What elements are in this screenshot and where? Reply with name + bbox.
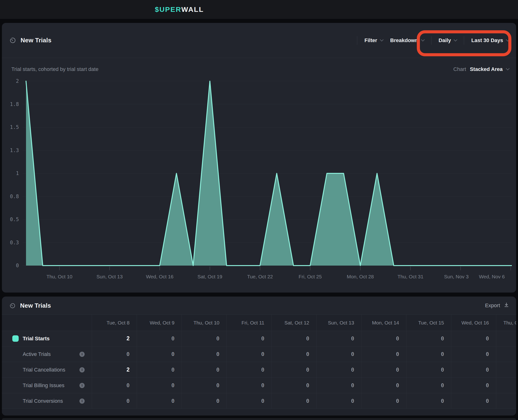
table-value-cell: 0 bbox=[137, 362, 182, 378]
controls-divider bbox=[431, 36, 431, 45]
table-value-cell: 0 bbox=[361, 362, 406, 378]
controls-divider bbox=[464, 36, 464, 45]
next-card-edge bbox=[2, 418, 516, 420]
table-value-cell: 0 bbox=[406, 331, 451, 346]
table-value-cell: 0 bbox=[316, 362, 361, 378]
table-row-label-cell: Trial Billing Issues bbox=[2, 378, 92, 393]
table-value-cell: 0 bbox=[316, 393, 361, 409]
y-axis-label: 1.3 bbox=[5, 147, 19, 153]
filter-button[interactable]: Filter bbox=[364, 37, 383, 44]
table-header-cell: Mon, Oct 14 bbox=[361, 315, 406, 331]
table-header-cell: Wed, Oct 16 bbox=[451, 315, 496, 331]
cell-value: 0 bbox=[171, 367, 174, 373]
info-icon[interactable] bbox=[79, 367, 85, 373]
cell-value: 0 bbox=[486, 367, 489, 373]
cell-value: 0 bbox=[261, 351, 264, 357]
table-value-cell: 0 bbox=[451, 362, 496, 378]
timer-icon bbox=[9, 303, 15, 309]
cell-value: 0 bbox=[171, 351, 174, 357]
cell-value: 0 bbox=[261, 336, 264, 341]
table-header-cell: Thu, O bbox=[496, 315, 516, 331]
row-label: Trial Billing Issues bbox=[23, 382, 64, 389]
table-value-cell: 0 bbox=[182, 331, 227, 346]
logo-teal-part: $UPER bbox=[155, 5, 181, 13]
cell-value: 2 bbox=[126, 335, 130, 342]
table-row-label-cell: Trial Starts bbox=[2, 331, 92, 346]
table-value-cell: 0 bbox=[361, 346, 406, 362]
breakdown-button[interactable]: Breakdown bbox=[390, 37, 424, 44]
chart-type-selector[interactable]: Chart Stacked Area bbox=[453, 66, 509, 72]
table-value-cell: 0 bbox=[451, 346, 496, 362]
x-axis-label: Thu, Oct 10 bbox=[37, 273, 82, 280]
cell-value: 0 bbox=[351, 336, 354, 341]
cell-value: 0 bbox=[126, 398, 130, 404]
chevron-down-icon bbox=[421, 38, 425, 41]
download-icon bbox=[504, 302, 509, 309]
cell-value: 0 bbox=[171, 336, 174, 341]
cell-value: 0 bbox=[396, 367, 399, 373]
table-value-cell: 0 bbox=[182, 378, 227, 393]
export-label: Export bbox=[485, 302, 500, 309]
date-range-label: Last 30 Days bbox=[471, 37, 503, 44]
y-axis-label: 0.8 bbox=[5, 194, 19, 200]
stacked-area-chart bbox=[22, 80, 512, 272]
table-value-cell: 0 bbox=[227, 393, 271, 409]
table-header-cell: Tue, Oct 8 bbox=[92, 315, 137, 331]
filter-label: Filter bbox=[364, 37, 377, 44]
logo-white-part: WALL bbox=[181, 5, 204, 13]
x-axis-label: Sun, Oct 13 bbox=[87, 273, 132, 280]
table-value-cell: 2 bbox=[92, 331, 137, 346]
cell-value: 0 bbox=[486, 336, 489, 341]
chevron-down-icon bbox=[380, 38, 384, 41]
table-value-cell: 0 bbox=[227, 378, 271, 393]
chevron-down-icon bbox=[506, 67, 510, 70]
table-value-cell: 0 bbox=[451, 378, 496, 393]
table-value-cell: 0 bbox=[406, 346, 451, 362]
x-axis-label: Wed, Nov 6 bbox=[469, 273, 514, 280]
cell-value: 0 bbox=[216, 336, 219, 341]
row-label: Active Trials bbox=[23, 351, 51, 357]
table-header-cell: Wed, Oct 9 bbox=[137, 315, 182, 331]
chevron-down-icon bbox=[454, 38, 458, 41]
new-trials-table-card: New Trials Export Tue, Oct 8Wed, Oct 9Th… bbox=[2, 297, 516, 415]
cell-value: 0 bbox=[171, 398, 174, 404]
cell-value: 0 bbox=[441, 367, 444, 373]
export-button[interactable]: Export bbox=[485, 302, 509, 309]
x-axis-label: Thu, Oct 31 bbox=[388, 273, 433, 280]
cell-value: 0 bbox=[396, 382, 399, 388]
new-trials-chart-card: New Trials Filter Breakdown Daily Last 3… bbox=[2, 23, 516, 292]
table-footer-strip bbox=[2, 409, 516, 415]
table-value-cell: 0 bbox=[227, 346, 271, 362]
table-value-cell: 0 bbox=[271, 346, 316, 362]
info-icon[interactable] bbox=[79, 352, 85, 357]
metrics-table: Tue, Oct 8Wed, Oct 9Thu, Oct 10Fri, Oct … bbox=[2, 315, 516, 409]
table-value-cell: 0 bbox=[227, 331, 271, 346]
info-icon[interactable] bbox=[79, 383, 85, 388]
cell-value: 0 bbox=[441, 351, 444, 357]
table-value-cell: 2 bbox=[92, 362, 137, 378]
granularity-dropdown[interactable]: Daily bbox=[439, 37, 457, 44]
cell-value: 0 bbox=[351, 382, 354, 388]
app-header: $UPERWALL bbox=[0, 0, 518, 19]
cell-value: 0 bbox=[351, 367, 354, 373]
chart-subtitle: Trial starts, cohorted by trial start da… bbox=[11, 66, 98, 72]
cell-value: 0 bbox=[306, 398, 309, 404]
table-value-cell: 0 bbox=[92, 346, 137, 362]
info-icon[interactable] bbox=[79, 398, 85, 404]
cell-value: 0 bbox=[306, 336, 309, 341]
x-axis: Thu, Oct 10Sun, Oct 13Wed, Oct 16Sat, Oc… bbox=[2, 273, 516, 280]
cell-value: 0 bbox=[261, 367, 264, 373]
date-range-dropdown[interactable]: Last 30 Days bbox=[471, 37, 509, 44]
cell-value: 0 bbox=[396, 336, 399, 341]
y-axis-label: 1 bbox=[5, 170, 19, 176]
table-value-cell: 0 bbox=[182, 362, 227, 378]
x-axis-label: Tue, Oct 22 bbox=[238, 273, 282, 280]
table-corner-cell bbox=[2, 315, 92, 331]
cell-value: 0 bbox=[441, 382, 444, 388]
cell-value: 0 bbox=[171, 382, 174, 388]
table-header-cell: Sun, Oct 13 bbox=[316, 315, 361, 331]
y-axis-label: 0.3 bbox=[5, 240, 19, 246]
table-value-cell: 0 bbox=[406, 393, 451, 409]
cell-value: 0 bbox=[396, 351, 399, 357]
x-axis-label: Mon, Oct 28 bbox=[338, 273, 383, 280]
